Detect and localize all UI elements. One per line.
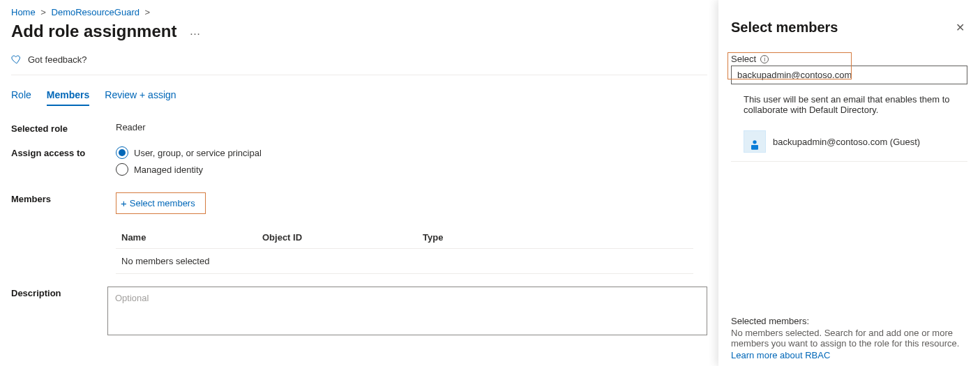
select-members-button[interactable]: + Select members bbox=[116, 192, 206, 214]
members-table: Name Object ID Type No members selected bbox=[116, 227, 693, 274]
members-empty-text: No members selected bbox=[116, 249, 693, 274]
tabs: Role Members Review + assign bbox=[11, 86, 707, 107]
selected-members-header: Selected members: bbox=[731, 316, 967, 326]
radio-label-user: User, group, or service principal bbox=[134, 148, 262, 158]
label-selected-role: Selected role bbox=[11, 122, 116, 134]
learn-more-rbac-link[interactable]: Learn more about RBAC bbox=[731, 350, 830, 360]
col-type-header: Type bbox=[423, 232, 693, 243]
panel-footer: Selected members: No members selected. S… bbox=[731, 316, 967, 366]
value-selected-role: Reader bbox=[116, 122, 707, 132]
label-description: Description bbox=[11, 287, 107, 298]
got-feedback-link[interactable]: Got feedback? bbox=[28, 54, 87, 65]
select-members-input[interactable] bbox=[731, 66, 967, 84]
label-assign-access-to: Assign access to bbox=[11, 146, 116, 158]
chevron-right-icon: > bbox=[40, 7, 46, 17]
plus-icon: + bbox=[121, 197, 127, 209]
close-icon[interactable]: ✕ bbox=[953, 20, 967, 36]
radio-managed-identity[interactable]: Managed identity bbox=[116, 163, 707, 176]
radio-label-managed-identity: Managed identity bbox=[134, 165, 203, 175]
panel-title: Select members bbox=[731, 20, 838, 36]
tab-review-assign[interactable]: Review + assign bbox=[105, 86, 176, 106]
heart-icon bbox=[11, 54, 22, 65]
panel-select-label: Select bbox=[731, 54, 756, 64]
breadcrumb-resource[interactable]: DemoResourceGuard bbox=[52, 7, 140, 17]
svg-rect-1 bbox=[751, 145, 758, 150]
more-actions-icon[interactable]: … bbox=[189, 25, 202, 38]
panel-hint-text: This user will be sent an email that ena… bbox=[731, 94, 967, 115]
col-name-header: Name bbox=[116, 232, 262, 243]
search-result-item[interactable]: backupadmin@contoso.com (Guest) bbox=[731, 130, 967, 162]
radio-user-group-principal[interactable]: User, group, or service principal bbox=[116, 146, 707, 159]
chevron-right-icon: > bbox=[145, 7, 151, 17]
svg-point-0 bbox=[753, 140, 756, 144]
page-title: Add role assignment bbox=[11, 22, 176, 41]
select-members-panel: Select members ✕ Select i This user will… bbox=[718, 0, 980, 366]
radio-unselected-icon bbox=[116, 163, 128, 176]
description-textarea[interactable] bbox=[107, 287, 707, 335]
breadcrumb: Home > DemoResourceGuard > bbox=[11, 6, 707, 17]
select-members-button-label: Select members bbox=[130, 198, 195, 208]
breadcrumb-home[interactable]: Home bbox=[11, 7, 36, 17]
selected-members-body: No members selected. Search for and add … bbox=[731, 328, 967, 349]
info-icon[interactable]: i bbox=[760, 55, 769, 63]
label-members: Members bbox=[11, 192, 116, 204]
col-object-id-header: Object ID bbox=[262, 232, 423, 243]
search-result-text: backupadmin@contoso.com (Guest) bbox=[773, 137, 920, 147]
avatar-icon bbox=[744, 130, 766, 153]
tab-members[interactable]: Members bbox=[47, 86, 89, 106]
radio-selected-icon bbox=[116, 146, 128, 159]
tab-role[interactable]: Role bbox=[11, 86, 31, 106]
